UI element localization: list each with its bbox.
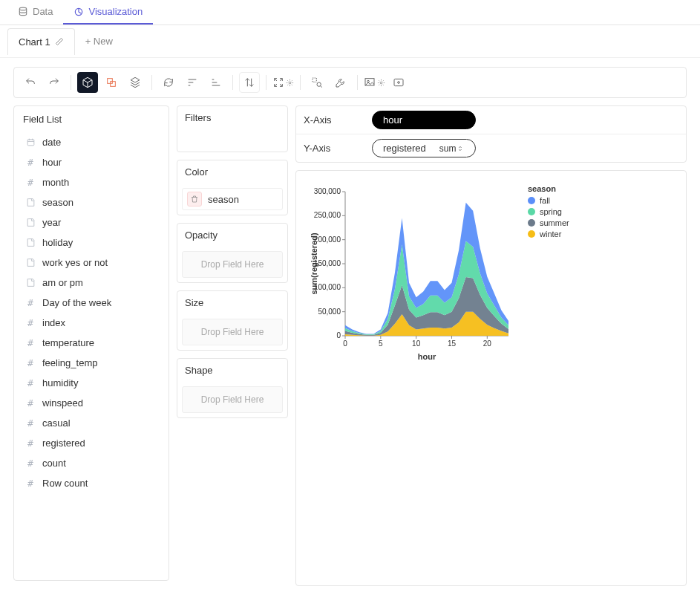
svg-text:0: 0 xyxy=(343,339,347,348)
svg-text:250,000: 250,000 xyxy=(314,211,341,219)
field-item-winspeed[interactable]: #winspeed xyxy=(20,393,163,413)
field-item-season[interactable]: season xyxy=(20,192,163,212)
svg-point-6 xyxy=(317,82,321,86)
field-item-label: registered xyxy=(42,438,85,449)
field-item-date[interactable]: date xyxy=(20,132,163,152)
field-item-am-or-pm[interactable]: am or pm xyxy=(20,273,163,293)
field-item-count[interactable]: #count xyxy=(20,453,163,473)
swatch-icon xyxy=(528,219,535,227)
field-item-label: season xyxy=(42,197,73,208)
svg-rect-12 xyxy=(27,140,34,146)
text-icon xyxy=(24,198,36,207)
number-icon: # xyxy=(24,337,36,348)
size-panel[interactable]: Size Drop Field Here xyxy=(177,290,288,351)
redo-button[interactable] xyxy=(44,72,65,93)
y-axis-agg: sum xyxy=(439,143,457,154)
color-chip[interactable]: season xyxy=(182,188,283,210)
svg-rect-5 xyxy=(313,78,316,82)
transpose-button[interactable] xyxy=(239,72,260,93)
tab-data[interactable]: Data xyxy=(7,0,63,25)
legend: season fallspringsummerwinter xyxy=(528,184,569,362)
new-chart-label: + New xyxy=(85,36,113,47)
field-item-label: date xyxy=(42,137,61,148)
field-item-holiday[interactable]: holiday xyxy=(20,233,163,253)
filters-panel[interactable]: Filters xyxy=(177,105,288,152)
y-axis-field: registered xyxy=(383,143,426,154)
field-item-month[interactable]: #month xyxy=(20,172,163,192)
sort-asc-button[interactable] xyxy=(182,72,203,93)
y-axis-pill[interactable]: registered sum xyxy=(372,139,476,157)
field-item-work-yes-or-not[interactable]: work yes or not xyxy=(20,253,163,273)
opacity-dropzone[interactable]: Drop Field Here xyxy=(182,251,283,278)
field-item-feeling_temp[interactable]: #feeling_temp xyxy=(20,353,163,373)
opacity-title: Opacity xyxy=(177,224,287,247)
select-button[interactable] xyxy=(101,72,122,93)
number-icon: # xyxy=(24,377,36,388)
svg-rect-2 xyxy=(108,79,113,84)
svg-point-4 xyxy=(289,82,291,84)
expand-settings-button[interactable] xyxy=(272,72,294,93)
zoom-button[interactable] xyxy=(307,72,327,93)
viz-icon xyxy=(73,7,84,17)
legend-item-spring[interactable]: spring xyxy=(528,207,569,216)
field-list-panel: Field List date#hour#monthseasonyearholi… xyxy=(13,105,169,581)
field-item-casual[interactable]: #casual xyxy=(20,413,163,433)
tab-visualization[interactable]: Visualization xyxy=(63,0,153,25)
svg-point-9 xyxy=(380,82,382,84)
field-item-year[interactable]: year xyxy=(20,212,163,233)
field-item-label: count xyxy=(42,458,66,469)
wrench-button[interactable] xyxy=(330,72,351,93)
chart-tab-1-label: Chart 1 xyxy=(19,36,50,48)
undo-button[interactable] xyxy=(20,72,41,93)
opacity-panel[interactable]: Opacity Drop Field Here xyxy=(177,223,288,283)
number-icon: # xyxy=(24,297,36,308)
svg-text:15: 15 xyxy=(448,339,457,348)
field-item-label: am or pm xyxy=(42,277,83,288)
new-chart-tab[interactable]: + New xyxy=(75,28,123,54)
legend-item-summer[interactable]: summer xyxy=(528,218,569,227)
shape-dropzone[interactable]: Drop Field Here xyxy=(182,386,283,413)
edit-icon xyxy=(55,37,64,46)
svg-point-11 xyxy=(398,82,400,84)
field-item-Row-count[interactable]: #Row count xyxy=(20,473,163,493)
svg-text:10: 10 xyxy=(412,339,421,348)
legend-item-fall[interactable]: fall xyxy=(528,196,569,205)
number-icon: # xyxy=(24,317,36,328)
number-icon: # xyxy=(24,397,36,409)
svg-text:300,000: 300,000 xyxy=(314,187,341,195)
filters-title: Filters xyxy=(177,106,287,129)
number-icon: # xyxy=(24,438,36,449)
x-axis-pill[interactable]: hour xyxy=(372,111,476,129)
size-dropzone[interactable]: Drop Field Here xyxy=(182,319,283,345)
refresh-button[interactable] xyxy=(158,72,179,93)
svg-rect-10 xyxy=(394,79,403,85)
chart-tab-1[interactable]: Chart 1 xyxy=(7,28,75,55)
field-list-title: Field List xyxy=(14,106,169,132)
field-item-label: casual xyxy=(42,417,71,429)
image-settings-button[interactable] xyxy=(364,72,385,93)
number-icon: # xyxy=(24,157,36,168)
area-chart: 050,000100,000150,000200,000250,000300,0… xyxy=(307,184,514,362)
number-icon: # xyxy=(24,417,36,429)
color-panel[interactable]: Color season xyxy=(177,160,288,215)
swatch-icon xyxy=(528,208,535,215)
chevron-updown-icon xyxy=(457,143,463,154)
field-item-Day-of-the-week[interactable]: #Day of the week xyxy=(20,293,163,313)
swatch-icon xyxy=(528,197,535,204)
field-item-index[interactable]: #index xyxy=(20,313,163,333)
svg-text:5: 5 xyxy=(379,339,383,348)
x-axis-label: X-Axis xyxy=(304,114,363,126)
cube-button[interactable] xyxy=(77,72,98,93)
field-item-hour[interactable]: #hour xyxy=(20,152,163,172)
delete-color-chip[interactable] xyxy=(187,192,202,207)
field-item-registered[interactable]: #registered xyxy=(20,433,163,453)
field-item-temperature[interactable]: #temperature xyxy=(20,333,163,353)
toolbar xyxy=(13,67,687,98)
shape-panel[interactable]: Shape Drop Field Here xyxy=(177,358,288,418)
sort-desc-button[interactable] xyxy=(206,72,226,93)
y-axis-label: Y-Axis xyxy=(304,143,363,154)
legend-item-winter[interactable]: winter xyxy=(528,230,569,238)
layers-button[interactable] xyxy=(125,72,145,93)
brackets-button[interactable] xyxy=(388,72,409,93)
field-item-humidity[interactable]: #humidity xyxy=(20,373,163,393)
